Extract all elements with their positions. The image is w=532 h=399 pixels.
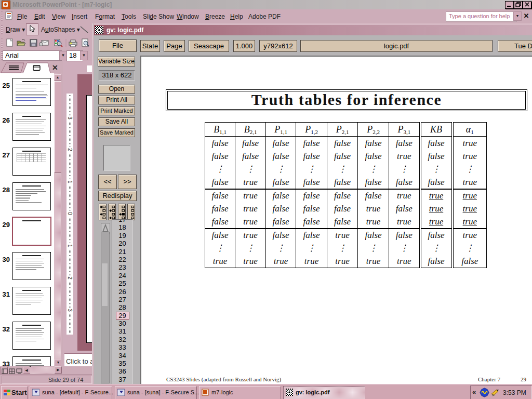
svg-text:2: 2 [67,276,73,280]
svg-text:1: 1 [67,244,73,247]
svg-text:0: 0 [67,212,73,215]
svg-text:3: 3 [67,309,73,312]
svg-text:3: 3 [67,116,73,119]
svg-text:2: 2 [67,148,73,151]
svg-text:1: 1 [67,180,73,183]
